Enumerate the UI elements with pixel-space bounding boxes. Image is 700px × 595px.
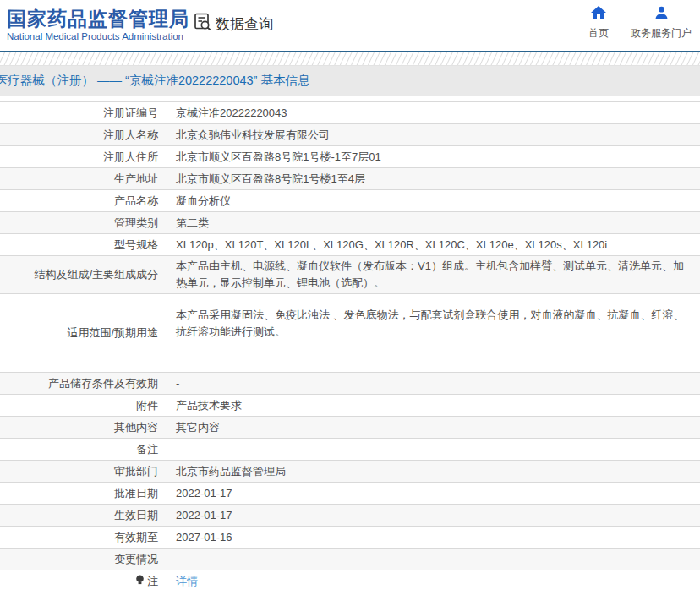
row-value: 本产品采用凝固法、免疫比浊法 、发色底物法，与配套试剂盒联合使用，对血液的凝血、…: [167, 294, 700, 372]
row-value-text: 北京众驰伟业科技发展有限公司: [176, 125, 330, 145]
row-label-text: 适用范围/预期用途: [67, 323, 158, 343]
row-value: 北京众驰伟业科技发展有限公司: [167, 124, 700, 145]
row-value: 2022-01-17: [167, 505, 700, 526]
row-value: 产品技术要求: [167, 395, 700, 416]
row-value-text: 2022-01-17: [176, 505, 232, 526]
row-label: 备注: [0, 439, 167, 460]
row-label: 注册人名称: [0, 124, 167, 145]
row-label: 管理类别: [0, 212, 167, 233]
table-row: 适用范围/预期用途本产品采用凝固法、免疫比浊法 、发色底物法，与配套试剂盒联合使…: [0, 294, 700, 373]
home-icon: [591, 6, 606, 24]
data-query-icon: [193, 12, 213, 35]
row-value: 北京市药品监督管理局: [167, 461, 700, 482]
row-label: 有效期至: [0, 527, 167, 548]
row-value-text: 京械注准20222220043: [176, 103, 287, 123]
row-value: 北京市顺义区百盈路8号院1号楼1至4层: [167, 168, 700, 189]
detail-link[interactable]: 详情: [176, 571, 198, 592]
header-nav: 首页 政务服务门户: [588, 6, 692, 41]
page-title: 医疗器械（注册） —— “京械注准20222220043” 基本信息: [0, 73, 309, 89]
row-label: 其他内容: [0, 417, 167, 438]
row-label: 产品储存条件及有效期: [0, 373, 167, 394]
logo-title: 国家药品监督管理局: [7, 8, 189, 30]
row-label-text: 产品储存条件及有效期: [48, 374, 158, 394]
row-label-text: 注: [147, 571, 158, 592]
row-label: 产品名称: [0, 190, 167, 211]
table-row: 注册证编号京械注准20222220043: [0, 102, 700, 124]
row-label-text: 附件: [136, 396, 158, 416]
row-label-text: 管理类别: [114, 213, 158, 233]
row-value: XL120p、XL120T、XL120L、XL120G、XL120R、XL120…: [167, 234, 700, 255]
nmpa-logo[interactable]: 国家药品监督管理局 National Medical Products Admi…: [7, 8, 189, 41]
row-value-text: 第二类: [176, 213, 209, 233]
row-value-text: 2027-01-16: [176, 527, 232, 548]
row-value: 凝血分析仪: [167, 190, 700, 211]
table-row: 附件产品技术要求: [0, 395, 700, 417]
nav-home[interactable]: 首页: [588, 6, 609, 41]
row-label-text: 其他内容: [114, 418, 158, 438]
row-value-text: 北京市顺义区百盈路8号院1号楼1至4层: [176, 169, 365, 189]
table-row: 审批部门北京市药品监督管理局: [0, 461, 700, 483]
row-value: [167, 439, 700, 460]
row-value: 其它内容: [167, 417, 700, 438]
row-value: [167, 549, 700, 570]
row-label: 结构及组成/主要组成成分: [0, 256, 167, 293]
site-header: 国家药品监督管理局 National Medical Products Admi…: [0, 0, 700, 51]
page-title-bar: 医疗器械（注册） —— “京械注准20222220043” 基本信息: [0, 66, 700, 96]
row-value: 详情: [167, 570, 700, 592]
row-value: 第二类: [167, 212, 700, 233]
table-row: 备注: [0, 439, 700, 461]
row-label-text: 结构及组成/主要组成成分: [34, 265, 158, 285]
row-value-text: XL120p、XL120T、XL120L、XL120G、XL120R、XL120…: [176, 235, 607, 255]
row-label: 注: [0, 570, 167, 592]
row-value: -: [167, 373, 700, 394]
row-value-text: 本产品采用凝固法、免疫比浊法 、发色底物法，与配套试剂盒联合使用，对血液的凝血、…: [176, 307, 685, 341]
logo-subtitle: National Medical Products Administration: [7, 31, 189, 41]
row-value: 本产品由主机、电源线、凝血仪软件（发布版本：V1）组成。主机包含加样臂、测试单元…: [167, 256, 700, 293]
row-value: 2027-01-16: [167, 527, 700, 548]
row-value-text: 2022-01-17: [176, 483, 232, 504]
table-row: 变更情况: [0, 549, 700, 570]
row-label-text: 型号规格: [114, 235, 158, 255]
table-row: 注册人名称北京众驰伟业科技发展有限公司: [0, 124, 700, 146]
row-label: 生效日期: [0, 505, 167, 526]
nav-gov-portal[interactable]: 政务服务门户: [631, 6, 692, 41]
table-row: 型号规格XL120p、XL120T、XL120L、XL120G、XL120R、X…: [0, 234, 700, 256]
registration-info-table: 注册证编号京械注准20222220043注册人名称北京众驰伟业科技发展有限公司注…: [0, 101, 700, 592]
row-label-text: 变更情况: [114, 549, 158, 570]
row-value-text: 凝血分析仪: [176, 191, 231, 211]
row-label: 变更情况: [0, 549, 167, 570]
table-row: 注详情: [0, 570, 700, 592]
row-value-text: 其它内容: [176, 418, 220, 438]
row-label: 附件: [0, 395, 167, 416]
row-label: 审批部门: [0, 461, 167, 482]
data-query-section[interactable]: 数据查询: [193, 12, 273, 35]
nav-gov-portal-label: 政务服务门户: [631, 26, 692, 41]
row-label: 生产地址: [0, 168, 167, 189]
table-row: 管理类别第二类: [0, 212, 700, 234]
row-label: 适用范围/预期用途: [0, 294, 167, 372]
row-label: 注册证编号: [0, 102, 167, 123]
nav-home-label: 首页: [588, 26, 609, 41]
row-label-text: 备注: [136, 439, 158, 460]
row-value-text: 本产品由主机、电源线、凝血仪软件（发布版本：V1）组成。主机包含加样臂、测试单元…: [176, 258, 685, 292]
decorative-stripes: [0, 52, 700, 66]
user-icon: [654, 6, 669, 24]
table-row: 批准日期2022-01-17: [0, 483, 700, 505]
row-label-text: 有效期至: [114, 527, 158, 548]
row-value-text: 北京市顺义区百盈路8号院1号楼-1至7层01: [176, 147, 381, 167]
row-value-text: -: [176, 374, 179, 394]
spacer: [0, 96, 700, 101]
row-label-text: 注册人住所: [103, 147, 158, 167]
row-label-text: 审批部门: [114, 461, 158, 482]
table-row: 有效期至2027-01-16: [0, 527, 700, 549]
table-row: 生产地址北京市顺义区百盈路8号院1号楼1至4层: [0, 168, 700, 190]
row-label: 型号规格: [0, 234, 167, 255]
row-label-text: 注册证编号: [103, 103, 158, 123]
table-row: 产品名称凝血分析仪: [0, 190, 700, 212]
row-value: 2022-01-17: [167, 483, 700, 504]
table-row: 产品储存条件及有效期-: [0, 373, 700, 395]
table-row: 注册人住所北京市顺义区百盈路8号院1号楼-1至7层01: [0, 146, 700, 168]
row-value-text: 产品技术要求: [176, 396, 242, 416]
row-label-text: 生产地址: [114, 169, 158, 189]
table-row: 结构及组成/主要组成成分本产品由主机、电源线、凝血仪软件（发布版本：V1）组成。…: [0, 256, 700, 294]
